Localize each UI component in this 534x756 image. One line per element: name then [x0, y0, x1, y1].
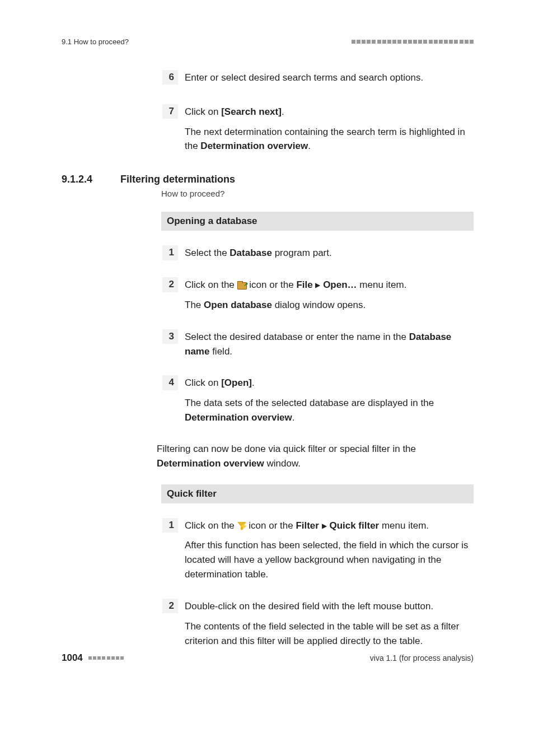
product-name: viva 1.1 (for process analysis) — [370, 654, 474, 662]
text: . — [252, 377, 255, 388]
step-7: 7 Click on [Search next]. The next deter… — [162, 104, 474, 153]
step-number: 2 — [162, 277, 178, 292]
text: program part. — [272, 248, 332, 258]
text: The contents of the field selected in th… — [185, 619, 474, 648]
text: . — [282, 106, 284, 117]
db-step-1: 1 Select the Database program part. — [162, 245, 474, 260]
bold: Quick filter — [329, 520, 379, 531]
text: icon or the — [247, 279, 297, 290]
qf-step-2: 2 Double-click on the desired field with… — [162, 599, 474, 648]
step-text: Click on the ↗ icon or the File ▶ Open… … — [185, 277, 474, 312]
header-ornament — [352, 40, 474, 44]
bold: Open… — [323, 279, 357, 290]
section-heading: 9.1.2.4 Filtering determinations — [62, 174, 474, 185]
step-number: 1 — [162, 245, 178, 260]
bold: Determination overview — [200, 141, 308, 151]
step-number: 3 — [162, 329, 178, 344]
section-number: 9.1.2.4 — [62, 174, 120, 185]
text: Select the — [185, 248, 229, 258]
text: . — [292, 412, 295, 423]
step-text: Click on the ⚡ icon or the Filter ▶ Quic… — [185, 518, 474, 582]
bold: [Open] — [221, 377, 252, 388]
step-6: 6 Enter or select desired search terms a… — [162, 70, 474, 85]
bold: Database — [229, 248, 272, 258]
open-folder-icon: ↗ — [237, 281, 247, 289]
page: 9.1 How to proceed? 6 Enter or select de… — [0, 0, 534, 756]
text: Click on — [185, 106, 221, 117]
page-footer: 1004 viva 1.1 (for process analysis) — [62, 652, 474, 664]
step-text: Select the Database program part. — [185, 245, 474, 260]
step-text: Select the desired database or enter the… — [185, 329, 474, 359]
text: dialog window opens. — [272, 300, 366, 310]
page-number: 1004 — [62, 652, 83, 664]
text: Click on the — [185, 279, 237, 290]
text: Click on the — [185, 520, 237, 531]
bold: Open database — [204, 300, 272, 310]
text: Click on — [185, 377, 221, 388]
menu-arrow-icon: ▶ — [315, 281, 320, 289]
step-number: 4 — [162, 375, 178, 390]
section-title: Filtering determinations — [120, 174, 235, 185]
bold: [Search next] — [221, 106, 282, 117]
db-step-2: 2 Click on the ↗ icon or the File ▶ Open… — [162, 277, 474, 312]
footer-ornament — [88, 656, 124, 660]
content-area: 6 Enter or select desired search terms a… — [62, 70, 474, 665]
step-text: Click on [Search next]. The next determi… — [185, 104, 474, 153]
step-text: Click on [Open]. The data sets of the se… — [185, 375, 474, 424]
text: Filtering can now be done via quick filt… — [157, 444, 416, 454]
bold: Filter — [296, 520, 319, 531]
text: . — [308, 141, 311, 151]
block-title-quick-filter: Quick filter — [161, 484, 474, 503]
bold: Determination overview — [185, 412, 292, 423]
text: Double-click on the desired field with t… — [185, 599, 474, 614]
block-title-opening-db: Opening a database — [161, 212, 474, 231]
text: field. — [209, 346, 232, 357]
db-step-3: 3 Select the desired database or enter t… — [162, 329, 474, 359]
bold: Determination overview — [157, 458, 264, 469]
text: The data sets of the selected database a… — [185, 398, 434, 408]
step-text: Double-click on the desired field with t… — [185, 599, 474, 648]
step-number: 1 — [162, 518, 178, 533]
step-number: 6 — [162, 70, 178, 85]
step-number: 7 — [162, 104, 178, 119]
quick-filter-icon: ⚡ — [237, 522, 246, 530]
page-header: 9.1 How to proceed? — [62, 38, 474, 46]
bold: File — [296, 279, 312, 290]
text: After this function has been selected, t… — [185, 538, 474, 581]
text: window. — [264, 458, 301, 469]
menu-arrow-icon: ▶ — [322, 522, 327, 530]
text: icon or the — [246, 520, 296, 531]
text: Select the desired database or enter the… — [185, 332, 409, 342]
running-head: 9.1 How to proceed? — [62, 38, 129, 46]
text: The — [185, 300, 204, 310]
step-text: Enter or select desired search terms and… — [185, 70, 474, 85]
paragraph: Filtering can now be done via quick filt… — [157, 442, 474, 471]
db-step-4: 4 Click on [Open]. The data sets of the … — [162, 375, 474, 424]
step-number: 2 — [162, 599, 178, 613]
text: menu item. — [357, 279, 407, 290]
text: menu item. — [379, 520, 429, 531]
qf-step-1: 1 Click on the ⚡ icon or the Filter ▶ Qu… — [162, 518, 474, 582]
section-subtitle: How to proceed? — [161, 189, 474, 198]
